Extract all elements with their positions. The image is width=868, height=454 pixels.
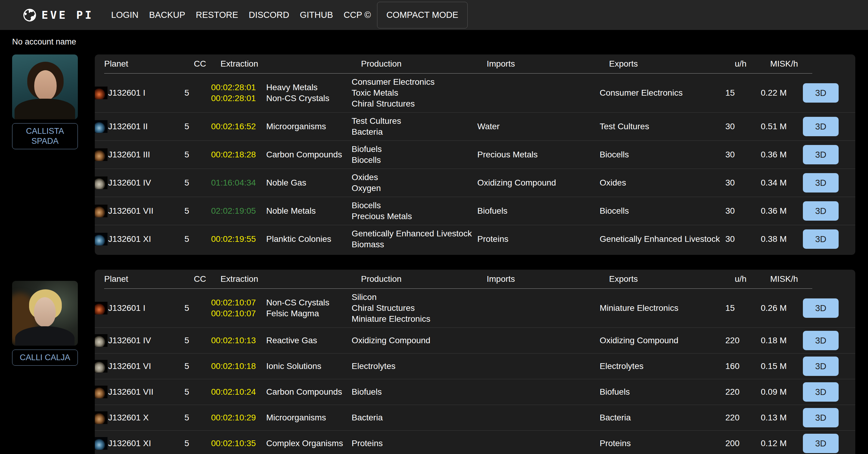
planet-cell: J132601 IV xyxy=(95,176,184,189)
planet-name: J132601 VI xyxy=(108,361,151,372)
uh-value: 200 xyxy=(725,438,761,449)
avatar-body-shape xyxy=(14,99,75,119)
character-avatar[interactable] xyxy=(12,55,78,119)
production-item: Biofuels xyxy=(352,387,477,397)
production-cell: Proteins xyxy=(352,438,477,449)
exports-cell: Biofuels xyxy=(600,387,725,397)
export-item: Genetically Enhanced Livestock xyxy=(600,234,725,245)
nav-link-login[interactable]: LOGIN xyxy=(111,10,138,20)
planet-cell: J132601 II xyxy=(95,120,184,133)
imports-cell: Proteins xyxy=(477,234,600,245)
view-3d-cell: 3D xyxy=(803,117,846,136)
column-header-planet: Planet xyxy=(104,270,194,289)
miskh-value: 0.38 M xyxy=(761,234,803,245)
extraction-cell: 00:02:10:35Complex Organisms xyxy=(211,438,352,449)
production-item: Bacteria xyxy=(352,412,477,423)
production-item: Consumer Electronics xyxy=(352,76,477,88)
extraction-timer: 00:02:10:24 xyxy=(211,387,266,397)
uh-value: 220 xyxy=(725,412,761,423)
character-section: CALLI CALJA PlanetCCExtractionProduction… xyxy=(12,270,855,454)
export-item: Proteins xyxy=(600,438,725,449)
cc-value: 5 xyxy=(184,177,211,188)
compact-mode-button[interactable]: COMPACT MODE xyxy=(377,2,468,28)
production-cell: Test CulturesBacteria xyxy=(352,116,477,137)
production-cell: OxidesOxygen xyxy=(352,172,477,194)
column-header-actions xyxy=(812,55,855,73)
view-3d-button[interactable]: 3D xyxy=(803,434,839,453)
extraction-timer: 00:02:10:07 xyxy=(211,297,266,308)
character-name-label[interactable]: CALLI CALJA xyxy=(12,350,78,366)
planet-icon xyxy=(95,204,107,217)
view-3d-button[interactable]: 3D xyxy=(803,408,839,427)
cc-value: 5 xyxy=(184,303,211,314)
view-3d-cell: 3D xyxy=(803,331,846,350)
view-3d-button[interactable]: 3D xyxy=(803,298,839,318)
production-item: Silicon xyxy=(352,292,477,303)
planet-name: J132601 III xyxy=(108,149,150,160)
table-row: J132601 III 5 00:02:18:28Carbon Compound… xyxy=(95,140,855,169)
extraction-cell: 00:02:18:28Carbon Compounds xyxy=(211,149,352,160)
extraction-line: 01:16:04:34Noble Gas xyxy=(211,177,352,188)
view-3d-button[interactable]: 3D xyxy=(803,145,839,164)
extraction-timer: 00:02:10:29 xyxy=(211,412,266,423)
planet-name: J132601 I xyxy=(108,303,145,314)
planet-icon xyxy=(95,386,107,398)
view-3d-button[interactable]: 3D xyxy=(803,331,839,350)
extraction-resource: Felsic Magma xyxy=(266,309,319,318)
extraction-timer: 00:02:28:01 xyxy=(211,93,266,104)
production-item: Miniature Electronics xyxy=(352,314,477,324)
view-3d-button[interactable]: 3D xyxy=(803,357,839,376)
export-item: Bacteria xyxy=(600,412,725,423)
extraction-timer: 01:16:04:34 xyxy=(211,177,266,188)
nav-link-ccp[interactable]: CCP © xyxy=(344,10,371,20)
imports-cell: Water xyxy=(477,121,600,132)
table-row: J132601 XI 5 00:02:10:35Complex Organism… xyxy=(95,430,855,454)
planet-icon xyxy=(95,360,107,372)
exports-cell: Miniature Electronics xyxy=(600,303,725,314)
extraction-line: 02:02:19:05Noble Metals xyxy=(211,205,352,217)
planet-cell: J132601 VI xyxy=(95,360,184,372)
nav-link-restore[interactable]: RESTORE xyxy=(196,10,238,20)
brand[interactable]: EVE PI xyxy=(23,8,94,22)
table-row: J132601 XI 5 00:02:19:55Planktic Colonie… xyxy=(95,225,855,253)
extraction-resource: Ionic Solutions xyxy=(266,361,321,371)
uh-value: 30 xyxy=(725,149,761,160)
miskh-value: 0.36 M xyxy=(761,149,803,160)
exports-cell: Oxidizing Compound xyxy=(600,335,725,346)
view-3d-button[interactable]: 3D xyxy=(803,201,839,221)
account-name-banner: No account name xyxy=(12,37,868,46)
import-item: Precious Metals xyxy=(477,149,600,160)
production-cell: SiliconChiral StructuresMiniature Electr… xyxy=(352,292,477,324)
uh-value: 160 xyxy=(725,361,761,372)
view-3d-button[interactable]: 3D xyxy=(803,173,839,193)
nav-link-backup[interactable]: BACKUP xyxy=(149,10,185,20)
view-3d-button[interactable]: 3D xyxy=(803,117,839,136)
nav-link-github[interactable]: GITHUB xyxy=(300,10,333,20)
production-item: Oxidizing Compound xyxy=(352,335,477,346)
production-item: Genetically Enhanced Livestock xyxy=(352,228,477,239)
extraction-resource: Noble Gas xyxy=(266,178,306,187)
column-header-miskh: MISK/h xyxy=(770,55,812,73)
exports-cell: Bacteria xyxy=(600,412,725,423)
nav-link-discord[interactable]: DISCORD xyxy=(249,10,289,20)
planet-icon xyxy=(95,233,107,246)
view-3d-button[interactable]: 3D xyxy=(803,229,839,249)
character-avatar[interactable] xyxy=(12,281,78,346)
extraction-timer: 02:02:19:05 xyxy=(211,205,266,217)
extraction-cell: 00:02:10:24Carbon Compounds xyxy=(211,387,352,397)
production-cell: BiofuelsBiocells xyxy=(352,144,477,166)
planet-icon xyxy=(95,334,107,347)
character-column: CALLI CALJA xyxy=(12,270,78,454)
avatar-body-shape xyxy=(15,326,74,346)
view-3d-cell: 3D xyxy=(803,434,846,453)
export-item: Electrolytes xyxy=(600,361,725,372)
production-item: Biocells xyxy=(352,155,477,166)
view-3d-cell: 3D xyxy=(803,298,846,318)
production-cell: BiocellsPrecious Metals xyxy=(352,200,477,222)
character-name-label[interactable]: CALLISTA SPADA xyxy=(12,123,78,149)
production-item: Biofuels xyxy=(352,144,477,155)
planet-name: J132601 II xyxy=(108,121,148,132)
extraction-cell: 00:02:28:01Heavy Metals00:02:28:01Non-CS… xyxy=(211,82,352,104)
view-3d-button[interactable]: 3D xyxy=(803,382,839,402)
view-3d-button[interactable]: 3D xyxy=(803,83,839,103)
